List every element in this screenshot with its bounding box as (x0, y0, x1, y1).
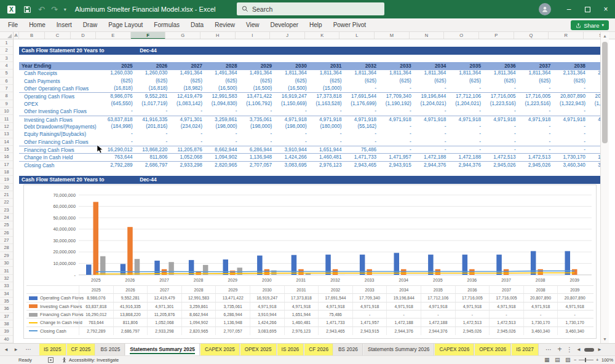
table-cell[interactable]: - (276, 108, 311, 115)
table-cell[interactable]: (1,223,516) (485, 100, 520, 108)
table-cell[interactable]: (625) (415, 77, 450, 85)
zoom-slider[interactable] (579, 360, 593, 360)
row-header-16[interactable]: 16 (0, 153, 13, 160)
table-cell[interactable]: 2,943,915 (380, 162, 415, 169)
ribbon-tab-formulas[interactable]: Formulas (148, 18, 185, 32)
undo-icon[interactable]: ↶ (38, 6, 45, 14)
table-cell[interactable]: - (450, 138, 485, 146)
table-cell[interactable]: (625) (241, 77, 276, 85)
year-header-cell[interactable]: 2037 (520, 62, 555, 70)
column-header-M[interactable]: M (375, 32, 410, 39)
row-header-19[interactable]: 19 (0, 176, 13, 183)
table-cell[interactable]: (1,322,943) (554, 100, 589, 108)
column-header-O[interactable]: O (444, 32, 479, 39)
table-cell[interactable]: - (589, 123, 600, 130)
row-header-31[interactable]: 31 (0, 267, 13, 275)
row-header-17[interactable]: 17 (0, 161, 13, 168)
row-header-34[interactable]: 34 (0, 290, 13, 298)
year-header-cell[interactable]: 2026 (137, 62, 172, 70)
column-header-P[interactable]: P (479, 32, 514, 39)
row-label[interactable]: Debt Drawdowns/(Repayments) (24, 123, 97, 130)
table-cell[interactable]: 3,083,695 (276, 162, 311, 169)
row-header-12[interactable]: 12 (0, 123, 13, 130)
table-cell[interactable]: - (345, 85, 380, 92)
table-cell[interactable]: (625) (450, 77, 485, 85)
table-cell[interactable]: (1,204,021) (450, 100, 485, 108)
zoom-in-button[interactable]: + (596, 356, 598, 364)
table-cell[interactable]: - (241, 130, 276, 138)
row-header-32[interactable]: 32 (0, 275, 13, 282)
table-cell[interactable]: (198,000) (206, 123, 241, 130)
banner-date-chart[interactable]: Dec-44 (131, 176, 166, 184)
tab-nav-left-icon[interactable]: ◂ (1, 344, 11, 355)
table-cell[interactable]: - (520, 138, 555, 146)
table-cell[interactable]: 2,792,289 (101, 162, 137, 169)
table-cell[interactable]: 1,811,364 (276, 69, 311, 77)
column-header-S[interactable]: S (584, 32, 615, 39)
table-cell[interactable]: (198,000) (241, 123, 276, 130)
table-cell[interactable]: - (380, 108, 415, 115)
table-cell[interactable]: - (206, 130, 241, 138)
table-cell[interactable]: - (137, 108, 172, 115)
table-cell[interactable]: 3,460,340 (589, 162, 600, 169)
row-header-6[interactable]: 6 (0, 77, 13, 85)
row-header-15[interactable]: 15 (0, 146, 13, 153)
row-label[interactable]: Closing Cash (24, 162, 54, 169)
row-header-7[interactable]: 7 (0, 85, 13, 92)
table-cell[interactable]: 2,707,057 (241, 162, 276, 169)
row-header-5[interactable]: 5 (0, 69, 13, 77)
table-cell[interactable]: - (206, 108, 241, 115)
row-header-1[interactable]: 1 (0, 39, 13, 47)
year-header-cell[interactable]: 2036 (485, 62, 520, 70)
table-cell[interactable]: (16,818) (137, 85, 172, 92)
row-header-28[interactable]: 28 (0, 244, 13, 251)
table-cell[interactable]: 1,260,030 (137, 69, 172, 77)
ribbon-tab-page-layout[interactable]: Page Layout (103, 18, 148, 32)
table-cell[interactable]: 1,811,364 (311, 69, 346, 77)
table-cell[interactable]: 2,933,298 (171, 162, 206, 169)
hscroll-left-icon[interactable]: ◄ (576, 344, 582, 355)
ribbon-tab-insert[interactable]: Insert (51, 18, 77, 32)
table-cell[interactable]: - (520, 108, 555, 115)
ribbon-tab-file[interactable]: File (2, 18, 23, 32)
table-cell[interactable]: 1,491,364 (171, 69, 206, 77)
row-header-38[interactable]: 38 (0, 320, 13, 328)
column-header-I[interactable]: I (236, 32, 271, 39)
year-header-cell[interactable]: 2029 (241, 62, 276, 70)
column-header-Q[interactable]: Q (514, 32, 549, 39)
zoom-out-button[interactable]: − (574, 356, 576, 364)
table-cell[interactable]: - (380, 130, 415, 138)
row-header-11[interactable]: 11 (0, 116, 13, 123)
table-cell[interactable]: - (554, 138, 589, 146)
tab-list-icon[interactable]: ⋯ (22, 344, 34, 355)
table-cell[interactable]: (201,816) (137, 123, 172, 130)
search-input[interactable]: Search (237, 2, 384, 15)
table-cell[interactable]: 2,945,026 (485, 162, 520, 169)
table-cell[interactable]: (1,204,021) (415, 100, 450, 108)
table-cell[interactable]: - (345, 138, 380, 146)
table-cell[interactable]: 1,811,364 (485, 69, 520, 77)
table-cell[interactable]: (16,500) (206, 85, 241, 92)
table-cell[interactable]: (180,000) (311, 123, 346, 130)
sheet-tab-cf-2026[interactable]: CF 2026 (304, 344, 333, 355)
table-cell[interactable]: (625) (589, 77, 600, 85)
table-cell[interactable]: - (485, 138, 520, 146)
redo-icon[interactable]: ↷ (51, 6, 58, 14)
sheet-tab-statements-summary-2026[interactable]: Statements Summary 2026 (363, 344, 435, 355)
table-cell[interactable]: (625) (206, 77, 241, 85)
table-cell[interactable]: (625) (101, 77, 137, 85)
table-cell[interactable]: (1,163,528) (311, 100, 346, 108)
row-header-13[interactable]: 13 (0, 130, 13, 138)
row-header-29[interactable]: 29 (0, 252, 13, 259)
table-cell[interactable]: (1,176,699) (345, 100, 380, 108)
table-cell[interactable]: (198,000) (276, 123, 311, 130)
year-header-cell[interactable]: 2034 (415, 62, 450, 70)
table-cell[interactable]: (625) (137, 77, 172, 85)
table-cell[interactable]: 2,944,376 (415, 162, 450, 169)
table-cell[interactable]: - (137, 130, 172, 138)
normal-view-icon[interactable]: ▦ (544, 356, 550, 364)
table-cell[interactable]: 2,686,797 (137, 162, 172, 169)
table-cell[interactable]: (625) (380, 77, 415, 85)
table-cell[interactable]: - (345, 130, 380, 138)
row-header-22[interactable]: 22 (0, 199, 13, 206)
